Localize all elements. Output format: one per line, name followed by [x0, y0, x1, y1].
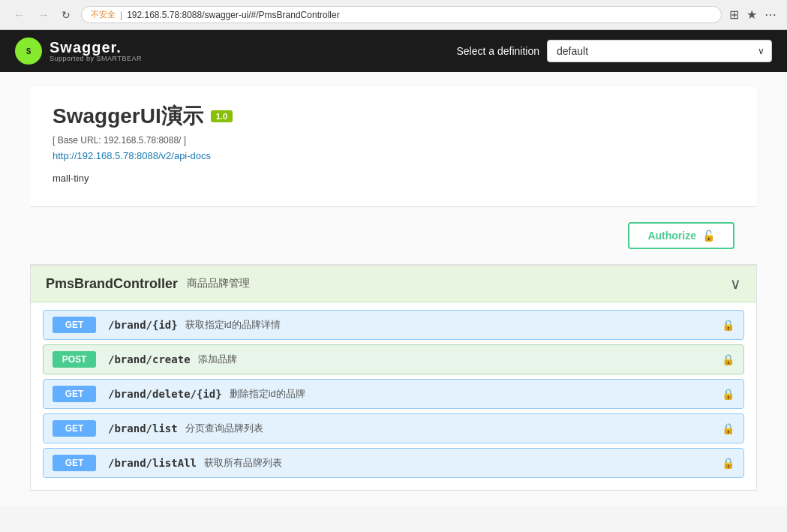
extensions-button[interactable]: ⊞ [728, 6, 740, 23]
endpoint-desc: 获取所有品牌列表 [204, 456, 722, 470]
authorize-label: Authorize [647, 230, 696, 242]
app-description: mall-tiny [53, 173, 734, 184]
endpoint-path: /brand/create [108, 353, 191, 365]
security-warning: 不安全 [91, 9, 116, 20]
chevron-down-icon: ∨ [730, 275, 741, 293]
endpoint-row[interactable]: GET /brand/delete/{id} 删除指定id的品牌 🔒 [43, 379, 744, 409]
nav-buttons: ← → ↻ [9, 7, 75, 23]
authorize-button[interactable]: Authorize 🔓 [628, 222, 734, 249]
method-badge: GET [53, 455, 96, 471]
endpoint-path: /brand/list [108, 422, 178, 434]
lock-icon: 🔒 [722, 319, 734, 331]
swagger-powered: Supported by SMARTBEAR [50, 55, 142, 62]
method-badge: POST [53, 351, 96, 368]
endpoint-desc: 删除指定id的品牌 [230, 387, 722, 401]
definition-selector: Select a definition default ∨ [456, 40, 772, 62]
api-endpoints: GET /brand/{id} 获取指定id的品牌详情 🔒 POST /bran… [31, 302, 756, 490]
main-content: SwaggerUI演示 1.0 [ Base URL: 192.168.5.78… [0, 72, 787, 506]
browser-chrome: ← → ↻ 不安全 | 192.168.5.78:8088/swagger-ui… [0, 0, 787, 30]
endpoint-desc: 分页查询品牌列表 [185, 422, 722, 435]
app-title-row: SwaggerUI演示 1.0 [53, 102, 734, 131]
lock-icon: 🔒 [722, 388, 734, 400]
address-text: 192.168.5.78:8088/swagger-ui/#/PmsBrandC… [127, 10, 340, 20]
lock-icon: 🔒 [722, 422, 734, 434]
endpoint-path: /brand/delete/{id} [108, 388, 222, 400]
app-title: SwaggerUI演示 [53, 102, 203, 131]
endpoint-row[interactable]: POST /brand/create 添加品牌 🔒 [43, 344, 744, 374]
swagger-logo: S Swagger. Supported by SMARTBEAR [15, 38, 142, 65]
address-bar[interactable]: 不安全 | 192.168.5.78:8088/swagger-ui/#/Pms… [81, 6, 722, 23]
definition-label: Select a definition [456, 45, 539, 57]
api-section: PmsBrandController 商品品牌管理 ∨ GET /brand/{… [30, 265, 757, 491]
swagger-icon: S [15, 38, 42, 65]
api-section-title: PmsBrandController 商品品牌管理 [46, 276, 250, 292]
reload-button[interactable]: ↻ [57, 7, 75, 23]
app-info: SwaggerUI演示 1.0 [ Base URL: 192.168.5.78… [30, 87, 757, 207]
endpoint-row[interactable]: GET /brand/list 分页查询品牌列表 🔒 [43, 413, 744, 443]
back-button[interactable]: ← [9, 7, 30, 23]
definition-select[interactable]: default [547, 40, 772, 62]
method-badge: GET [53, 317, 96, 333]
select-wrapper: default ∨ [547, 40, 772, 62]
controller-name: PmsBrandController [46, 276, 178, 292]
endpoint-path: /brand/{id} [108, 319, 178, 331]
lock-icon: 🔒 [722, 457, 734, 469]
bookmark-button[interactable]: ★ [745, 6, 758, 23]
endpoint-path: /brand/listAll [108, 457, 197, 469]
menu-button[interactable]: ⋯ [763, 6, 778, 23]
api-section-header[interactable]: PmsBrandController 商品品牌管理 ∨ [31, 266, 756, 302]
forward-button[interactable]: → [33, 7, 54, 23]
lock-icon: 🔒 [722, 353, 734, 365]
method-badge: GET [53, 420, 96, 437]
method-badge: GET [53, 386, 96, 402]
svg-text:S: S [26, 47, 32, 56]
version-badge: 1.0 [211, 110, 233, 122]
swagger-name: Swagger. [50, 40, 142, 55]
api-docs-link[interactable]: http://192.168.5.78:8088/v2/api-docs [53, 150, 211, 161]
authorize-area: Authorize 🔓 [30, 207, 757, 265]
lock-icon: 🔓 [702, 230, 715, 242]
base-url: [ Base URL: 192.168.5.78:8088/ ] [53, 135, 734, 146]
endpoint-row[interactable]: GET /brand/listAll 获取所有品牌列表 🔒 [43, 448, 744, 478]
endpoint-row[interactable]: GET /brand/{id} 获取指定id的品牌详情 🔒 [43, 310, 744, 340]
endpoint-desc: 添加品牌 [198, 353, 722, 366]
controller-desc: 商品品牌管理 [187, 277, 250, 290]
browser-actions: ⊞ ★ ⋯ [728, 6, 778, 23]
swagger-header: S Swagger. Supported by SMARTBEAR Select… [0, 30, 787, 72]
swagger-brand: Swagger. Supported by SMARTBEAR [50, 40, 142, 62]
endpoint-desc: 获取指定id的品牌详情 [185, 318, 722, 332]
